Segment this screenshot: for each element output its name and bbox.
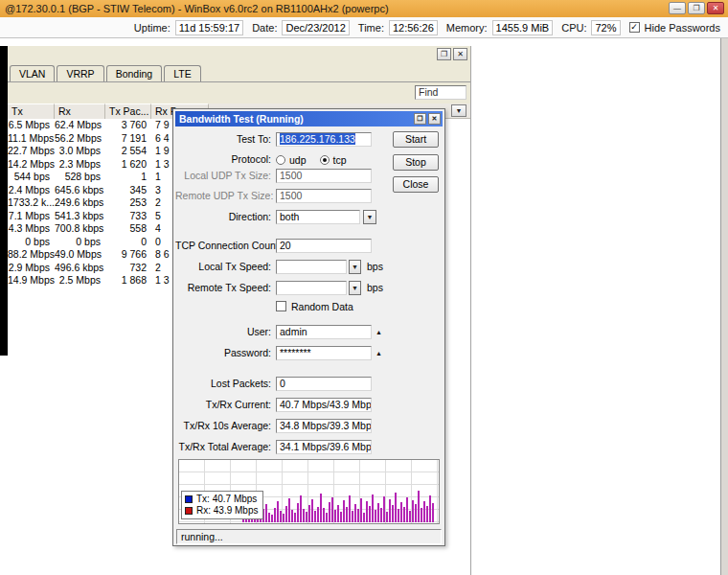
table-cell: 2.5 Mbps — [55, 274, 105, 288]
txrx-total-avg-value: 34.1 Mbps/39.6 Mbps — [276, 440, 372, 454]
user-spin-up-icon[interactable]: ▲ — [375, 329, 382, 335]
column-header-tx-packets[interactable]: Tx Pac... — [105, 104, 151, 119]
txrx-total-avg-row: Tx/Rx Total Average: 34.1 Mbps/39.6 Mbps — [175, 440, 443, 454]
graph-bar — [366, 501, 368, 522]
dialog-body: Test To: 186.225.176.133 Protocol: udp t… — [175, 126, 443, 545]
graph-bar — [331, 497, 333, 522]
close-icon[interactable]: ✕ — [707, 2, 724, 14]
graph-bar — [406, 497, 408, 522]
rx-color-swatch — [185, 507, 193, 515]
window-titlebar: @172.30.0.1 (BGP - STIW Telecom) - WinBo… — [0, 0, 728, 18]
dialog-status-bar: running... — [176, 529, 442, 544]
dialog-controls: ❐ ✕ — [412, 113, 441, 125]
find-input[interactable]: Find — [415, 85, 466, 100]
dialog-close-icon[interactable]: ✕ — [428, 113, 441, 125]
lost-packets-row: Lost Packets: 0 — [175, 377, 443, 391]
local-tx-dropdown-icon[interactable]: ▼ — [349, 260, 361, 274]
minimize-icon[interactable]: — — [669, 2, 686, 14]
graph-bar — [349, 495, 351, 522]
table-cell: 4.3 Mbps — [8, 222, 55, 236]
tab-lte[interactable]: LTE — [164, 65, 200, 81]
graph-bar — [418, 491, 420, 522]
legend-tx-text: Tx: 40.7 Mbps — [196, 494, 257, 505]
remote-tx-speed-input[interactable] — [276, 281, 347, 295]
table-cell: 11.1 Mbps — [8, 132, 55, 146]
direction-dropdown-icon[interactable]: ▼ — [363, 210, 376, 224]
graph-bar — [291, 510, 293, 522]
password-input[interactable]: ******** — [276, 346, 372, 360]
interface-tabs: VLANVRRPBondingLTE — [8, 63, 470, 82]
direction-select[interactable]: both — [276, 210, 360, 224]
tab-vlan[interactable]: VLAN — [10, 65, 55, 81]
column-dropdown-icon[interactable]: ▼ — [451, 104, 466, 117]
user-row: User: admin ▲ — [175, 325, 443, 339]
table-cell: 2.4 Mbps — [8, 184, 55, 197]
test-to-input[interactable]: 186.225.176.133 — [276, 132, 372, 147]
remote-udp-input[interactable]: 1500 — [276, 189, 372, 203]
remote-tx-speed-row: Remote Tx Speed: ▼ bps — [175, 281, 443, 295]
txrx-10s-avg-row: Tx/Rx 10s Average: 34.8 Mbps/39.3 Mbps — [175, 419, 443, 433]
dialog-title: Bandwidth Test (Running) — [179, 113, 304, 125]
remote-tx-dropdown-icon[interactable]: ▼ — [349, 281, 361, 295]
table-cell: 541.3 kbps — [55, 210, 105, 223]
protocol-udp-option[interactable]: udp — [276, 154, 307, 166]
table-cell: 3.0 Mbps — [55, 145, 105, 158]
graph-bar — [423, 501, 425, 522]
direction-label: Direction: — [175, 210, 271, 224]
column-header-rx[interactable]: Rx — [55, 104, 105, 119]
dialog-restore-icon[interactable]: ❐ — [414, 113, 426, 125]
local-udp-input[interactable]: 1500 — [276, 169, 372, 183]
protocol-label: Protocol: — [175, 152, 271, 167]
child-restore-icon[interactable]: ❐ — [437, 48, 451, 60]
tab-vrrp[interactable]: VRRP — [57, 65, 103, 81]
table-cell: 49.0 Mbps — [55, 248, 105, 262]
graph-bar — [375, 510, 376, 522]
child-caption-bar: ❐ ✕ — [8, 46, 470, 64]
start-button[interactable]: Start — [393, 131, 439, 148]
table-cell: 3 760 — [105, 119, 151, 132]
window-controls: — ❐ ✕ — [667, 2, 724, 14]
close-button[interactable]: Close — [393, 176, 439, 193]
txrx-current-row: Tx/Rx Current: 40.7 Mbps/43.9 Mbps — [175, 398, 443, 412]
table-cell: 14.9 Mbps — [8, 274, 55, 288]
user-label: User: — [175, 325, 271, 339]
random-data-label: Random Data — [291, 301, 353, 312]
protocol-udp-label: udp — [289, 154, 307, 166]
child-close-icon[interactable]: ✕ — [453, 48, 467, 60]
password-spin-up-icon[interactable]: ▲ — [375, 350, 382, 356]
graph-bar — [386, 512, 388, 522]
graph-bar — [369, 506, 371, 522]
graph-bar — [285, 506, 287, 522]
graph-bar — [363, 513, 365, 522]
random-data-checkbox[interactable] — [276, 301, 286, 311]
table-cell: 733 — [105, 210, 151, 223]
dialog-titlebar[interactable]: Bandwidth Test (Running) ❐ ✕ — [175, 111, 443, 126]
graph-bar — [380, 508, 382, 522]
graph-bar — [389, 499, 391, 522]
user-input[interactable]: admin — [276, 325, 372, 339]
hide-passwords-checkbox[interactable]: ✓ — [629, 22, 640, 33]
protocol-tcp-option[interactable]: tcp — [320, 154, 347, 166]
graph-bar — [308, 505, 310, 522]
table-cell: 0 — [105, 236, 151, 249]
graph-bar — [320, 494, 322, 522]
random-data-row: Random Data — [175, 300, 443, 314]
maximize-icon[interactable]: ❐ — [688, 2, 705, 14]
graph-bar — [395, 493, 397, 522]
uptime-label: Uptime: — [134, 22, 171, 34]
graph-bar — [432, 503, 434, 522]
tcp-count-row: TCP Connection Count: 20 — [175, 239, 443, 253]
test-to-value: 186.225.176.133 — [280, 133, 355, 145]
legend-rx-text: Rx: 43.9 Mbps — [196, 505, 258, 517]
graph-bar — [311, 499, 313, 522]
tcp-count-input[interactable]: 20 — [276, 239, 372, 253]
date-label: Date: — [252, 22, 277, 34]
column-header-tx[interactable]: Tx — [8, 104, 55, 119]
tab-bonding[interactable]: Bonding — [106, 65, 163, 81]
random-data-option[interactable]: Random Data — [276, 300, 353, 314]
table-cell: 0 bps — [55, 236, 105, 249]
graph-bar — [357, 509, 359, 522]
hide-passwords-label: Hide Passwords — [645, 22, 720, 34]
stop-button[interactable]: Stop — [393, 154, 439, 171]
local-tx-speed-input[interactable] — [276, 260, 347, 274]
